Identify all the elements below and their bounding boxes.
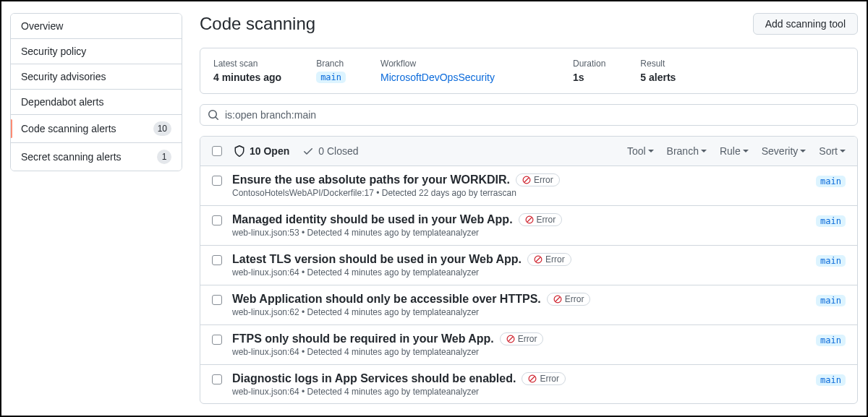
summary-value: 5 alerts [640,72,676,83]
branch-tag[interactable]: main [316,72,346,83]
row-content: Web Application should only be accessibl… [232,293,806,317]
select-all-checkbox[interactable] [212,146,222,156]
open-tab[interactable]: 10 Open [234,145,289,157]
scan-summary-card: Latest scan 4 minutes ago Branch main Wo… [200,48,858,94]
alert-meta: web-linux.json:53 • Detected 4 minutes a… [232,228,806,238]
summary-label: Branch [316,59,346,69]
alert-row: Managed identity should be used in your … [200,206,857,246]
no-entry-icon [534,255,542,264]
main-content: Code scanning Add scanning tool Latest s… [200,13,858,404]
closed-tab[interactable]: 0 Closed [302,145,358,157]
sidebar-item-label: Dependabot alerts [21,96,103,108]
alert-meta: web-linux.json:64 • Detected 4 minutes a… [232,387,806,397]
error-label: Error [540,374,559,384]
branch-tag[interactable]: main [816,295,846,306]
sidebar-item-overview[interactable]: Overview [11,14,182,39]
search-icon [208,109,219,121]
alert-meta: ContosoHotelsWebAPI/Dockerfile:17 • Dete… [232,188,806,198]
open-count-label: 10 Open [250,145,289,157]
caret-down-icon [743,150,749,152]
alert-title[interactable]: Diagnostic logs in App Services should b… [232,372,516,385]
svg-line-9 [509,337,513,341]
sidebar-item-label: Security advisories [21,71,106,82]
sidebar-item-code-scanning-alerts[interactable]: Code scanning alerts 10 [11,115,182,143]
row-content: Latest TLS version should be used in you… [232,253,806,278]
alert-row: Web Application should only be accessibl… [200,285,857,325]
row-checkbox[interactable] [212,295,222,305]
error-badge: Error [516,173,560,186]
error-label: Error [545,254,565,265]
row-content: Diagnostic logs in App Services should b… [232,372,806,397]
summary-workflow: Workflow MicrosoftDevOpsSecurity [380,59,495,83]
branch-tag[interactable]: main [816,215,846,227]
summary-value: 1s [573,72,605,83]
row-checkbox[interactable] [212,374,222,384]
svg-line-7 [556,297,560,301]
sidebar-item-label: Secret scanning alerts [21,151,122,163]
alert-title[interactable]: Latest TLS version should be used in you… [232,253,522,266]
alert-meta: web-linux.json:64 • Detected 4 minutes a… [232,347,806,357]
count-badge: 10 [153,121,171,136]
svg-line-5 [536,257,540,262]
row-checkbox[interactable] [212,215,222,225]
row-checkbox[interactable] [212,255,222,265]
error-label: Error [518,334,537,344]
sidebar-item-secret-scanning-alerts[interactable]: Secret scanning alerts 1 [11,143,182,171]
summary-label: Result [640,59,676,69]
alert-title[interactable]: FTPS only should be required in your Web… [232,332,494,345]
error-label: Error [565,294,584,304]
alert-row: Latest TLS version should be used in you… [200,246,857,285]
page-header: Code scanning Add scanning tool [200,13,858,35]
filter-severity[interactable]: Severity [762,145,807,157]
error-label: Error [537,215,556,225]
summary-value: 4 minutes ago [213,72,281,83]
sidebar-item-security-policy[interactable]: Security policy [11,39,182,64]
alert-row: Ensure the use absolute paths for your W… [200,166,857,206]
sidebar: Overview Security policy Security adviso… [10,13,182,404]
search-box[interactable] [200,104,858,126]
caret-down-icon [840,150,846,152]
alert-title[interactable]: Managed identity should be used in your … [232,213,513,226]
sidebar-list: Overview Security policy Security adviso… [10,13,182,171]
alerts-table: 10 Open 0 Closed Tool Branch Rule Severi… [200,136,858,404]
alert-title[interactable]: Web Application should only be accessibl… [232,293,541,306]
shield-icon [234,145,245,157]
no-entry-icon [522,176,531,184]
summary-result: Result 5 alerts [640,59,676,83]
row-checkbox[interactable] [212,176,222,186]
branch-tag[interactable]: main [816,176,846,187]
sidebar-item-label: Overview [21,20,63,32]
no-entry-icon [506,335,515,343]
filter-rule[interactable]: Rule [720,145,749,157]
alert-title[interactable]: Ensure the use absolute paths for your W… [232,173,510,186]
no-entry-icon [528,374,537,383]
alert-row: FTPS only should be required in your Web… [200,325,857,365]
error-badge: Error [500,332,544,345]
row-checkbox[interactable] [212,335,222,345]
error-badge: Error [522,372,566,385]
add-scanning-tool-button[interactable]: Add scanning tool [753,13,858,35]
error-label: Error [534,175,553,185]
search-input[interactable] [225,109,850,121]
table-header: 10 Open 0 Closed Tool Branch Rule Severi… [200,137,857,166]
table-filters: Tool Branch Rule Severity Sort [627,145,846,157]
branch-tag[interactable]: main [816,335,846,346]
filter-tool[interactable]: Tool [627,145,654,157]
caret-down-icon [648,150,654,152]
row-content: Managed identity should be used in your … [232,213,806,238]
alert-row: Diagnostic logs in App Services should b… [200,365,857,404]
alert-meta: web-linux.json:62 • Detected 4 minutes a… [232,307,806,317]
no-entry-icon [525,215,534,224]
sidebar-item-security-advisories[interactable]: Security advisories [11,64,182,90]
branch-tag[interactable]: main [816,255,846,267]
row-content: Ensure the use absolute paths for your W… [232,173,806,198]
summary-branch: Branch main [316,59,346,83]
svg-line-1 [524,178,529,182]
filter-branch[interactable]: Branch [667,145,707,157]
branch-tag[interactable]: main [816,374,846,386]
sidebar-item-label: Code scanning alerts [21,123,116,134]
filter-sort[interactable]: Sort [819,145,846,157]
workflow-link[interactable]: MicrosoftDevOpsSecurity [380,72,495,83]
summary-latest-scan: Latest scan 4 minutes ago [213,59,281,83]
sidebar-item-dependabot-alerts[interactable]: Dependabot alerts [11,90,182,115]
